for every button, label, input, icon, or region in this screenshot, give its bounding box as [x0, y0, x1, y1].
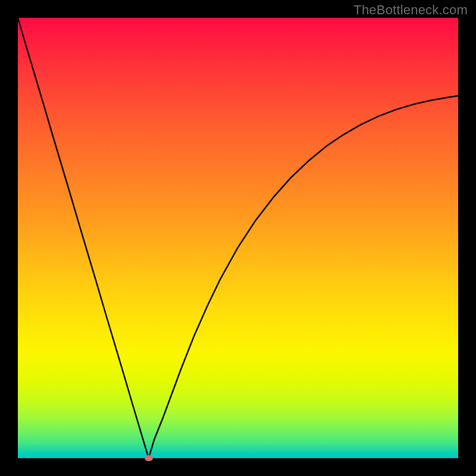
curve-svg [18, 18, 458, 458]
plot-area [18, 18, 458, 458]
watermark-text: TheBottleneck.com [353, 2, 468, 18]
chart-frame: TheBottleneck.com [0, 0, 476, 476]
bottleneck-curve [18, 18, 458, 458]
optimum-marker [145, 455, 153, 461]
